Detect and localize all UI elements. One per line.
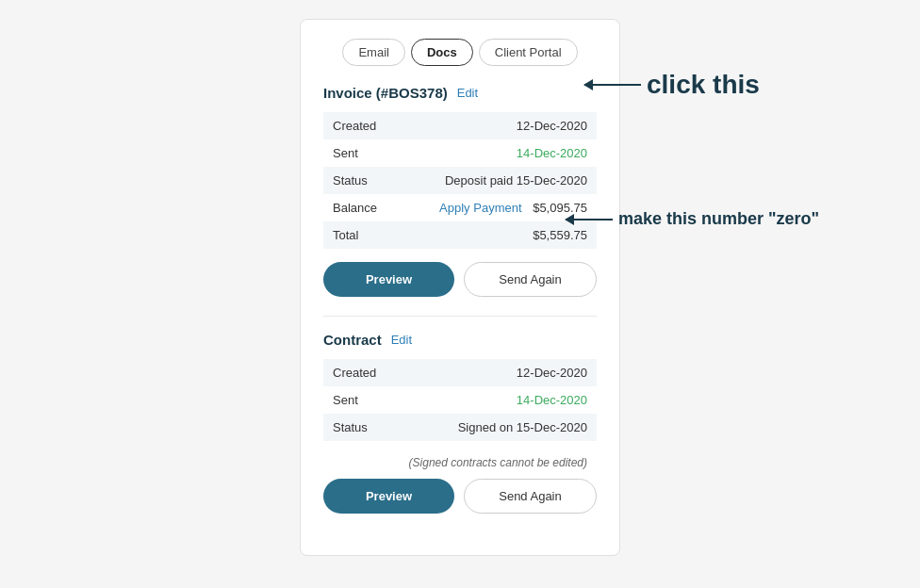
signed-note: (Signed contracts cannot be edited) [323,454,597,475]
invoice-title: Invoice (#BOS378) [323,85,448,101]
invoice-balance-amount: $5,095.75 [533,201,587,215]
apply-payment-link[interactable]: Apply Payment [439,201,521,215]
invoice-button-row: Preview Send Again [323,262,597,297]
invoice-total-value: $5,559.75 [408,221,597,249]
section-divider [323,316,597,317]
click-this-text: click this [647,70,760,100]
contract-section-header: Contract Edit [323,332,597,348]
invoice-status-label: Status [323,167,408,194]
table-row: Balance Apply Payment $5,095.75 [323,194,597,221]
invoice-preview-button[interactable]: Preview [323,262,454,297]
contract-edit-link[interactable]: Edit [391,333,412,347]
contract-sent-value: 14-Dec-2020 [408,386,597,414]
tab-client-portal[interactable]: Client Portal [479,39,578,66]
tab-docs[interactable]: Docs [411,39,473,66]
contract-send-again-button[interactable]: Send Again [464,479,597,514]
invoice-send-again-button[interactable]: Send Again [464,262,597,297]
invoice-sent-value: 14-Dec-2020 [408,139,597,167]
table-row: Created 12-Dec-2020 [323,359,597,386]
invoice-total-label: Total [323,221,408,249]
table-row: Sent 14-Dec-2020 [323,139,597,167]
contract-preview-button[interactable]: Preview [323,479,454,514]
table-row: Status Signed on 15-Dec-2020 [323,414,597,441]
invoice-sent-label: Sent [323,139,408,167]
contract-sent-label: Sent [323,386,408,414]
table-row: Total $5,559.75 [323,221,597,249]
invoice-balance-value-cell: Apply Payment $5,095.75 [408,194,597,221]
make-zero-text: make this number "zero" [618,209,819,229]
contract-status-value: Signed on 15-Dec-2020 [408,414,597,441]
invoice-created-value: 12-Dec-2020 [408,112,597,139]
contract-title: Contract [323,332,382,348]
contract-table: Created 12-Dec-2020 Sent 14-Dec-2020 Sta… [323,359,597,441]
contract-button-row: Preview Send Again [323,479,597,514]
tab-bar: Email Docs Client Portal [323,39,597,66]
invoice-balance-label: Balance [323,194,408,221]
contract-status-label: Status [323,414,408,441]
invoice-section-header: Invoice (#BOS378) Edit [323,85,597,101]
table-row: Created 12-Dec-2020 [323,112,597,139]
main-card: Email Docs Client Portal Invoice (#BOS37… [300,19,620,556]
invoice-status-value: Deposit paid 15-Dec-2020 [408,167,597,194]
table-row: Status Deposit paid 15-Dec-2020 [323,167,597,194]
table-row: Sent 14-Dec-2020 [323,386,597,414]
contract-created-value: 12-Dec-2020 [408,359,597,386]
tab-email[interactable]: Email [342,39,405,66]
invoice-created-label: Created [323,112,408,139]
contract-created-label: Created [323,359,408,386]
invoice-table: Created 12-Dec-2020 Sent 14-Dec-2020 Sta… [323,112,597,249]
invoice-edit-link[interactable]: Edit [457,86,478,100]
page-wrapper: Email Docs Client Portal Invoice (#BOS37… [0,0,920,588]
